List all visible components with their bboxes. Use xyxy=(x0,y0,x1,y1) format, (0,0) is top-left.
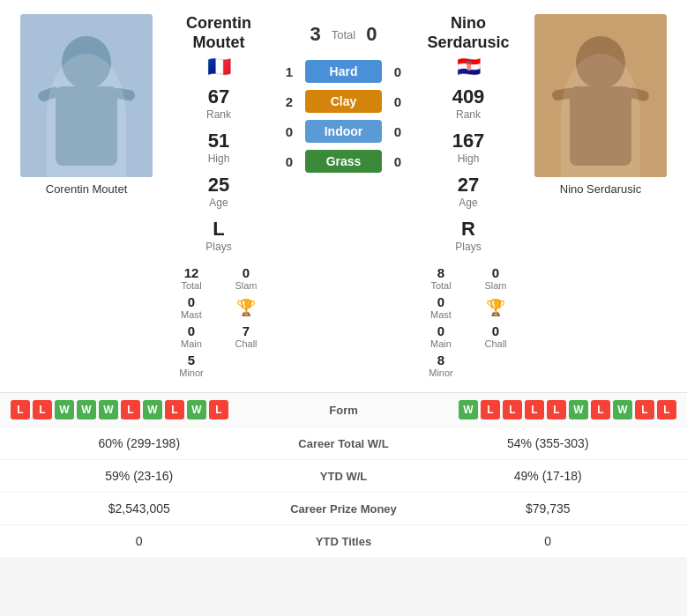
svg-rect-7 xyxy=(570,86,631,166)
svg-point-1 xyxy=(62,36,111,89)
stat-left-0: 60% (299-198) xyxy=(14,436,265,450)
right-plays-stat: R Plays xyxy=(455,218,481,253)
left-flag: 🇫🇷 xyxy=(207,56,231,78)
right-total: 8 Total xyxy=(419,265,463,291)
form-badge-left: L xyxy=(33,400,52,419)
surface-badge-hard: Hard xyxy=(305,60,382,83)
svg-point-6 xyxy=(576,36,625,89)
trophy-icon-left: 🏆 xyxy=(236,298,256,317)
form-badge-right: L xyxy=(635,400,654,419)
surface-row-hard: 1 Hard 0 xyxy=(279,60,408,83)
form-badge-right: L xyxy=(591,400,610,419)
form-badge-right: W xyxy=(459,400,478,419)
left-slam: 0 Slam xyxy=(224,265,268,291)
left-age-stat: 25 Age xyxy=(208,174,229,209)
left-mini-stats: 12 Total 0 Slam 0 Mast 🏆 0 Main xyxy=(169,265,268,378)
right-main: 0 Main xyxy=(419,323,463,349)
h2h-center: 3 Total 0 1 Hard 0 2 Clay 0 0 Indoor 0 0 xyxy=(272,14,415,378)
form-badge-left: W xyxy=(55,400,74,419)
form-badge-right: L xyxy=(481,400,500,419)
surface-badge-grass: Grass xyxy=(305,150,382,173)
right-rank-stat: 409 Rank xyxy=(452,85,485,121)
right-player-main-name: Nino Serdarusic xyxy=(427,14,509,52)
form-badge-left: W xyxy=(187,400,206,419)
left-high-stat: 51 High xyxy=(208,130,230,165)
form-badge-left: L xyxy=(121,400,140,419)
left-trophy: 🏆 xyxy=(224,294,268,320)
stat-right-1: 49% (17-18) xyxy=(423,469,674,483)
form-badge-left: W xyxy=(77,400,96,419)
right-high-stat: 167 High xyxy=(452,130,485,165)
right-player-stats: Nino Serdarusic 🇭🇷 409 Rank 167 High 27 … xyxy=(415,14,521,378)
form-badge-right: L xyxy=(547,400,566,419)
stat-right-3: 0 xyxy=(423,534,674,548)
left-player-card: Corentin Moutet xyxy=(7,14,166,378)
trophy-icon-right: 🏆 xyxy=(486,298,505,317)
left-player-name-below: Corentin Moutet xyxy=(46,182,128,196)
bottom-section: LLWWWLWLWL Form WLLLLWLWLL 60% (299-198)… xyxy=(0,392,687,557)
form-label: Form xyxy=(291,404,397,417)
left-player-photo xyxy=(20,14,153,177)
left-total: 12 Total xyxy=(169,265,213,291)
stat-row: 0 YTD Titles 0 xyxy=(0,525,687,557)
surface-row-clay: 2 Clay 0 xyxy=(279,90,408,113)
form-badge-right: W xyxy=(613,400,632,419)
form-badge-right: W xyxy=(569,400,588,419)
right-player-name-below: Nino Serdarusic xyxy=(560,182,642,196)
left-minor: 5 Minor xyxy=(169,353,213,378)
right-trophy: 🏆 xyxy=(474,294,518,320)
stat-right-2: $79,735 xyxy=(423,501,674,516)
form-badge-left: L xyxy=(209,400,228,419)
stat-label-2: Career Prize Money xyxy=(265,502,423,516)
form-row: LLWWWLWLWL Form WLLLLWLWLL xyxy=(0,393,687,427)
top-section: Corentin Moutet Corentin Moutet 🇫🇷 67 Ra… xyxy=(0,0,687,392)
form-badge-right: L xyxy=(657,400,676,419)
stat-label-0: Career Total W/L xyxy=(265,437,423,450)
form-badge-left: L xyxy=(11,400,30,419)
right-minor: 8 Minor xyxy=(419,353,463,378)
right-mast: 0 Mast xyxy=(419,294,463,320)
left-plays-stat: L Plays xyxy=(205,218,231,253)
form-badge-left: W xyxy=(143,400,162,419)
surface-row-grass: 0 Grass 0 xyxy=(279,150,408,173)
right-mini-stats: 8 Total 0 Slam 0 Mast 🏆 0 Main xyxy=(419,265,518,378)
right-flag: 🇭🇷 xyxy=(457,56,481,78)
stat-row: 60% (299-198) Career Total W/L 54% (355-… xyxy=(0,427,687,460)
right-player-card: Nino Serdarusic xyxy=(521,14,680,378)
surface-badge-clay: Clay xyxy=(305,90,382,113)
right-age-stat: 27 Age xyxy=(458,174,479,209)
surface-badge-indoor: Indoor xyxy=(305,120,382,143)
stat-label-1: YTD W/L xyxy=(265,470,423,483)
stat-label-3: YTD Titles xyxy=(265,535,423,548)
form-badges-left: LLWWWLWLWL xyxy=(11,400,291,419)
form-badge-left: L xyxy=(165,400,184,419)
right-player-photo xyxy=(534,14,667,177)
stat-right-0: 54% (355-303) xyxy=(423,436,674,450)
stat-left-1: 59% (23-16) xyxy=(14,469,265,483)
right-slam: 0 Slam xyxy=(474,265,518,291)
stat-left-3: 0 xyxy=(14,534,265,548)
stat-left-2: $2,543,005 xyxy=(14,501,265,516)
left-mast: 0 Mast xyxy=(169,294,213,320)
right-chall: 0 Chall xyxy=(474,323,518,349)
form-badge-right: L xyxy=(525,400,544,419)
left-player-stats: Corentin Moutet 🇫🇷 67 Rank 51 High 25 Ag… xyxy=(166,14,272,378)
left-rank-stat: 67 Rank xyxy=(206,85,231,121)
form-badge-right: L xyxy=(503,400,522,419)
left-chall: 7 Chall xyxy=(224,323,268,349)
svg-rect-2 xyxy=(56,86,117,166)
left-player-main-name: Corentin Moutet xyxy=(186,14,251,52)
main-container: Corentin Moutet Corentin Moutet 🇫🇷 67 Ra… xyxy=(0,0,687,557)
left-main: 0 Main xyxy=(169,323,213,349)
stat-row: 59% (23-16) YTD W/L 49% (17-18) xyxy=(0,460,687,493)
h2h-total-row: 3 Total 0 xyxy=(279,23,408,46)
stat-row: $2,543,005 Career Prize Money $79,735 xyxy=(0,493,687,525)
form-badges-right: WLLLLWLWLL xyxy=(397,400,677,419)
surface-row-indoor: 0 Indoor 0 xyxy=(279,120,408,143)
form-badge-left: W xyxy=(99,400,118,419)
